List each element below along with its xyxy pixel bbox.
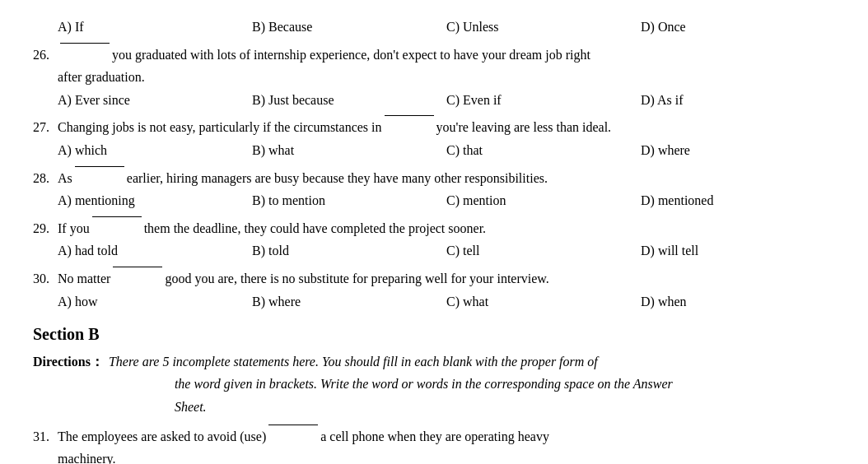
q29-blank xyxy=(92,216,142,217)
q30-option-b: B) where xyxy=(252,291,446,313)
q26-number: 26. xyxy=(33,48,58,63)
q30-text: No matter good you are, there is no subs… xyxy=(58,268,835,290)
q31-continuation: machinery. xyxy=(58,448,835,464)
question-28-line: 28. As earlier, hiring managers are busy… xyxy=(33,168,835,189)
q28-blank xyxy=(75,166,124,167)
directions-line2: the word given in brackets. Write the wo… xyxy=(175,377,673,391)
q30-option-c: C) what xyxy=(446,291,641,313)
q30-option-a: A) how xyxy=(58,291,252,313)
q27-text: Changing jobs is not easy, particularly … xyxy=(58,117,835,138)
q26-text: you graduated with lots of internship ex… xyxy=(58,44,835,66)
q29-text: If you them the deadline, they could hav… xyxy=(58,218,835,239)
question-31-line: 31. The employees are asked to avoid (us… xyxy=(33,426,835,448)
question-28: 28. As earlier, hiring managers are busy… xyxy=(33,168,835,211)
question-26-line: 26. you graduated with lots of internshi… xyxy=(33,44,835,66)
q26-option-a: A) Ever since xyxy=(58,90,252,111)
q26-options: A) Ever since B) Just because C) Even if… xyxy=(58,90,835,111)
question-27-line: 27. Changing jobs is not easy, particula… xyxy=(33,117,835,138)
question-30: 30. No matter good you are, there is no … xyxy=(33,268,835,312)
option-c-top: C) Unless xyxy=(446,16,641,38)
q27-blank xyxy=(385,115,434,116)
q31-blank xyxy=(268,425,318,425)
option-a-top: A) If xyxy=(58,16,252,38)
question-26: 26. you graduated with lots of internshi… xyxy=(33,44,835,111)
q26-blank xyxy=(60,43,110,44)
q31-number: 31. xyxy=(33,429,58,444)
q26-continuation: after graduation. xyxy=(58,67,835,88)
question-30-line: 30. No matter good you are, there is no … xyxy=(33,268,835,290)
q29-option-c: C) tell xyxy=(446,240,641,262)
question-27: 27. Changing jobs is not easy, particula… xyxy=(33,117,835,160)
directions-line3: Sheet. xyxy=(175,400,207,414)
directions-content: There are 5 incomplete statements here. … xyxy=(109,350,673,418)
q29-option-d: D) will tell xyxy=(641,240,835,262)
q27-options: A) which B) what C) that D) where xyxy=(58,140,835,161)
q28-option-b: B) to mention xyxy=(252,190,446,211)
q28-number: 28. xyxy=(33,171,58,186)
directions-label: Directions： xyxy=(33,350,104,418)
q28-option-d: D) mentioned xyxy=(641,190,835,211)
q31-text: The employees are asked to avoid (use) a… xyxy=(58,426,835,448)
q28-options: A) mentioning B) to mention C) mention D… xyxy=(58,190,835,211)
directions-line1: There are 5 incomplete statements here. … xyxy=(109,355,598,369)
q26-option-c: C) Even if xyxy=(446,90,641,111)
q30-option-d: D) when xyxy=(641,291,835,313)
q27-option-a: A) which xyxy=(58,140,252,161)
question-31: 31. The employees are asked to avoid (us… xyxy=(33,426,835,464)
q29-option-b: B) told xyxy=(252,240,446,262)
q28-text: As earlier, hiring managers are busy bec… xyxy=(58,168,835,189)
section-b-title: Section B xyxy=(33,325,835,344)
directions-block: Directions： There are 5 incomplete state… xyxy=(33,350,835,418)
q27-option-b: B) what xyxy=(252,140,446,161)
q29-option-a: A) had told xyxy=(58,240,252,262)
q27-option-d: D) where xyxy=(641,140,835,161)
option-b-top: B) Because xyxy=(252,16,446,38)
option-d-top: D) Once xyxy=(641,16,835,38)
q28-option-a: A) mentioning xyxy=(58,190,252,211)
q29-options: A) had told B) told C) tell D) will tell xyxy=(58,240,835,262)
q30-blank xyxy=(113,267,162,267)
q27-number: 27. xyxy=(33,120,58,135)
q29-number: 29. xyxy=(33,221,58,236)
top-options-row: A) If B) Because C) Unless D) Once xyxy=(58,16,835,38)
q30-options: A) how B) where C) what D) when xyxy=(58,291,835,313)
question-29: 29. If you them the deadline, they could… xyxy=(33,218,835,262)
q28-option-c: C) mention xyxy=(446,190,641,211)
q26-option-b: B) Just because xyxy=(252,90,446,111)
question-29-line: 29. If you them the deadline, they could… xyxy=(33,218,835,239)
q26-option-d: D) As if xyxy=(641,90,835,111)
q27-option-c: C) that xyxy=(446,140,641,161)
q30-number: 30. xyxy=(33,271,58,286)
